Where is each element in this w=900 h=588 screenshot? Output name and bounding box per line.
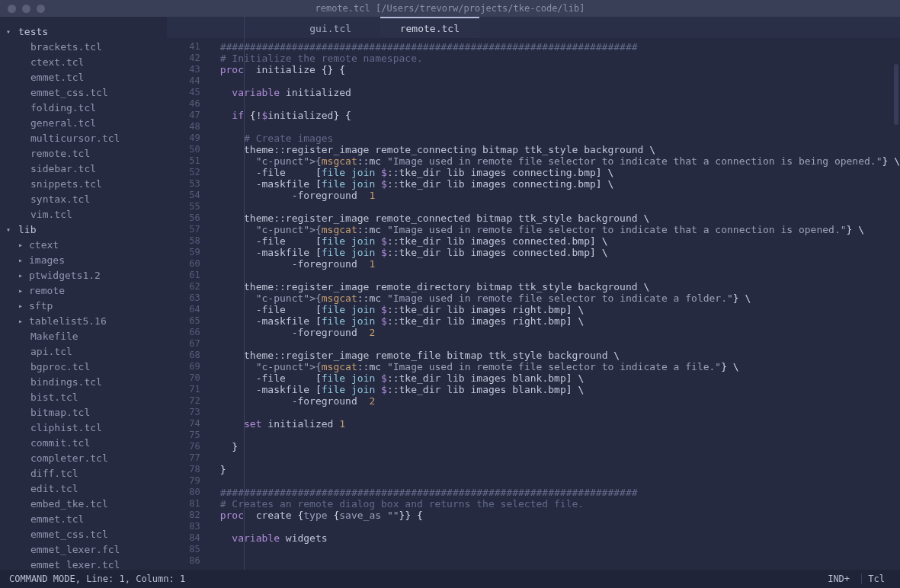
tab-remote-tcl[interactable]: remote.tcl <box>380 17 479 38</box>
code-line[interactable]: "c-punct">{msgcat::mc "Image used in rem… <box>220 155 900 167</box>
gutter-line: 74 <box>167 418 200 430</box>
tree-item[interactable]: multicursor.tcl <box>0 131 167 146</box>
code-line[interactable]: -maskfile [file join $::tke_dir lib imag… <box>220 178 900 190</box>
code-line[interactable]: theme::register_image remote_connecting … <box>220 144 900 155</box>
tree-item[interactable]: brackets.tcl <box>0 40 167 55</box>
tree-item[interactable]: completer.tcl <box>0 451 167 466</box>
tree-item[interactable]: bgproc.tcl <box>0 360 167 375</box>
code-line[interactable]: theme::register_image remote_connected b… <box>220 213 900 224</box>
tree-item[interactable]: emmet_css.tcl <box>0 85 167 101</box>
tree-root-tests[interactable]: ▾tests <box>0 24 167 40</box>
code-line[interactable]: set initialized 1 <box>220 418 900 430</box>
tree-item[interactable]: embed_tke.tcl <box>0 497 167 512</box>
code-line[interactable] <box>220 521 900 532</box>
chevron-down-icon: ▾ <box>6 24 15 40</box>
gutter-line: 50 <box>167 144 200 155</box>
tree-item[interactable]: ▸tablelist5.16 <box>0 314 167 329</box>
tree-item[interactable]: emmet_css.tcl <box>0 527 167 542</box>
gutter-line: 84 <box>167 532 200 544</box>
tree-item[interactable]: emmet.tcl <box>0 70 167 85</box>
tree-item[interactable]: commit.tcl <box>0 436 167 451</box>
code-line[interactable] <box>220 407 900 418</box>
tree-item[interactable]: cliphist.tcl <box>0 420 167 436</box>
code-line[interactable]: if {!$initialized} { <box>220 110 900 121</box>
code-line[interactable]: ########################################… <box>220 41 900 53</box>
code-line[interactable]: -file [file join $::tke_dir lib images r… <box>220 304 900 315</box>
tab-gui-tcl[interactable]: gui.tcl <box>281 17 380 38</box>
code-line[interactable]: } <box>220 464 900 475</box>
code-line[interactable]: proc initialize {} { <box>220 64 900 75</box>
gutter-line: 46 <box>167 98 200 110</box>
chevron-right-icon: ▸ <box>18 299 27 314</box>
tree-item[interactable]: emmet_lexer.fcl <box>0 542 167 558</box>
code-line[interactable] <box>220 544 900 555</box>
code-line[interactable]: -foreground 2 <box>220 327 900 338</box>
status-lang[interactable]: Tcl <box>861 574 891 584</box>
code-line[interactable] <box>220 430 900 441</box>
tree-item[interactable]: syntax.tcl <box>0 192 167 207</box>
code-line[interactable]: variable widgets <box>220 532 900 544</box>
tree-item[interactable]: sidebar.tcl <box>0 161 167 177</box>
code-line[interactable] <box>220 201 900 213</box>
tree-item[interactable]: general.tcl <box>0 116 167 131</box>
scroll-thumb[interactable] <box>894 64 898 125</box>
code-line[interactable]: -maskfile [file join $::tke_dir lib imag… <box>220 384 900 395</box>
code-line[interactable] <box>220 555 900 567</box>
tree-item[interactable]: emmet_lexer.tcl <box>0 558 167 570</box>
code-line[interactable]: # Create images <box>220 133 900 144</box>
tree-item[interactable]: diff.tcl <box>0 466 167 481</box>
tree-item[interactable]: bitmap.tcl <box>0 405 167 420</box>
tree-item[interactable]: ▸images <box>0 253 167 268</box>
tree-item[interactable]: vim.tcl <box>0 207 167 222</box>
code-line[interactable] <box>220 98 900 110</box>
code-line[interactable]: -maskfile [file join $::tke_dir lib imag… <box>220 315 900 327</box>
code-line[interactable]: } <box>220 441 900 452</box>
scrollbar[interactable] <box>894 64 898 562</box>
tree-item[interactable]: api.tcl <box>0 344 167 360</box>
code-line[interactable]: variable initialized <box>220 87 900 98</box>
code-line[interactable]: -file [file join $::tke_dir lib images b… <box>220 372 900 384</box>
code-line[interactable] <box>220 338 900 350</box>
code-line[interactable] <box>220 475 900 487</box>
code-line[interactable] <box>220 121 900 133</box>
tree-item[interactable]: ▸sftp <box>0 299 167 314</box>
code-line[interactable] <box>220 452 900 464</box>
code[interactable]: ########################################… <box>207 38 900 570</box>
code-line[interactable]: -file [file join $::tke_dir lib images c… <box>220 167 900 178</box>
tree-item[interactable]: edit.tcl <box>0 481 167 497</box>
code-line[interactable] <box>220 75 900 87</box>
tree-item[interactable]: remote.tcl <box>0 146 167 161</box>
code-line[interactable]: "c-punct">{msgcat::mc "Image used in rem… <box>220 361 900 372</box>
code-line[interactable]: # Creates an remote dialog box and retur… <box>220 498 900 510</box>
code-line[interactable]: # Initialize the remote namespace. <box>220 53 900 64</box>
tree-item[interactable]: ▸ptwidgets1.2 <box>0 268 167 283</box>
tree-item[interactable]: ctext.tcl <box>0 55 167 70</box>
tree-item[interactable]: Makefile <box>0 329 167 344</box>
editor[interactable]: 4142434445464748495051525354555657585960… <box>167 38 900 570</box>
code-line[interactable]: -file [file join $::tke_dir lib images c… <box>220 235 900 247</box>
code-line[interactable]: "c-punct">{msgcat::mc "Image used in rem… <box>220 224 900 235</box>
tree-item[interactable]: ▸remote <box>0 283 167 299</box>
tree-item[interactable]: folding.tcl <box>0 101 167 116</box>
code-line[interactable]: -foreground 2 <box>220 395 900 407</box>
code-line[interactable]: "c-punct">{msgcat::mc "Image used in rem… <box>220 292 900 304</box>
titlebar: remote.tcl [/Users/trevorw/projects/tke-… <box>0 0 900 17</box>
code-line[interactable]: theme::register_image remote_directory b… <box>220 281 900 292</box>
tree-item[interactable]: snippets.tcl <box>0 177 167 192</box>
code-line[interactable]: proc create {type {save_as ""}} { <box>220 510 900 521</box>
tree-root-lib[interactable]: ▾lib <box>0 222 167 238</box>
window-title: remote.tcl [/Users/trevorw/projects/tke-… <box>0 3 900 14</box>
tree-item[interactable]: bist.tcl <box>0 390 167 405</box>
tree-item[interactable]: bindings.tcl <box>0 375 167 390</box>
code-line[interactable]: -maskfile [file join $::tke_dir lib imag… <box>220 247 900 258</box>
status-indent[interactable]: IND+ <box>822 574 856 584</box>
code-line[interactable]: theme::register_image remote_file bitmap… <box>220 350 900 361</box>
sidebar[interactable]: ▾testsbrackets.tclctext.tclemmet.tclemme… <box>0 17 167 570</box>
code-line[interactable] <box>220 270 900 281</box>
code-line[interactable]: ########################################… <box>220 487 900 498</box>
code-line[interactable]: -foreground 1 <box>220 190 900 201</box>
tree-item[interactable]: emmet.tcl <box>0 512 167 527</box>
code-line[interactable]: -foreground 1 <box>220 258 900 270</box>
gutter-line: 42 <box>167 53 200 64</box>
tree-item[interactable]: ▸ctext <box>0 238 167 253</box>
